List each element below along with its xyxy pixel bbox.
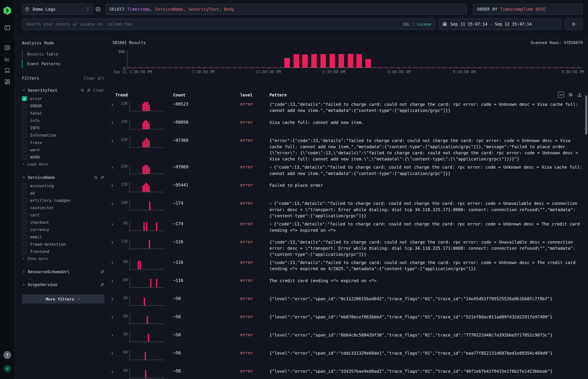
- table-row[interactable]: 60~58error{"level":"error","span_id":"cd…: [109, 348, 588, 366]
- col-count[interactable]: ⋮Count: [170, 93, 237, 97]
- filter-option-Information[interactable]: Information: [22, 131, 104, 139]
- pattern-text[interactable]: {"level":"error","span_id":"eb870ecef063…: [267, 314, 584, 320]
- col-pattern[interactable]: ⋮Pattern: [267, 93, 584, 97]
- expand-row-icon[interactable]: [110, 240, 114, 244]
- histogram-bar[interactable]: [329, 54, 335, 68]
- pin-icon[interactable]: [100, 269, 104, 274]
- filter-option-WARN[interactable]: WARN: [22, 153, 104, 161]
- dismiss-icon[interactable]: ×: [269, 165, 272, 170]
- table-row[interactable]: 60~58error{"level":"error","span_id":"33…: [109, 366, 588, 379]
- pattern-text[interactable]: {"level":"error","span_id":"6b64c6c58842…: [267, 332, 584, 338]
- user-avatar[interactable]: U: [3, 365, 11, 373]
- expand-row-icon[interactable]: [110, 183, 114, 188]
- filter-group-servicename[interactable]: ServiceName: [22, 174, 104, 181]
- pattern-text[interactable]: {"level":"error","span_id":"0c11220615ba…: [267, 295, 584, 302]
- histogram-bar[interactable]: [294, 54, 299, 68]
- checkbox[interactable]: [22, 140, 27, 145]
- view-source-icon[interactable]: <>: [558, 92, 564, 98]
- run-query-button[interactable]: [565, 18, 583, 30]
- col-trend[interactable]: Trend: [115, 93, 170, 97]
- histogram-bar[interactable]: [339, 54, 344, 68]
- histogram-bar[interactable]: [284, 58, 290, 68]
- dismiss-icon[interactable]: ×: [269, 201, 272, 206]
- checkbox[interactable]: [22, 96, 27, 101]
- service-show-more[interactable]: Show more: [22, 255, 104, 262]
- search-input[interactable]: Search your events w/ Lucene ex. column:…: [22, 18, 435, 30]
- filter-option-accounting[interactable]: accounting: [22, 182, 104, 189]
- expand-row-icon[interactable]: [110, 102, 114, 107]
- checkbox[interactable]: [22, 212, 27, 217]
- pattern-text[interactable]: {"code":13,"details":"failed to charge c…: [267, 259, 584, 272]
- download-icon[interactable]: [577, 92, 582, 97]
- checkbox[interactable]: [22, 190, 27, 195]
- expand-row-icon[interactable]: [110, 279, 114, 283]
- table-row[interactable]: 22K~97069error×{"code":13,"details":"fai…: [109, 162, 588, 180]
- filter-option-trace[interactable]: trace: [22, 139, 104, 146]
- histogram-bar[interactable]: [320, 54, 326, 68]
- checkbox[interactable]: [22, 242, 27, 247]
- filter-group-resourceschemaurl[interactable]: ResourceSchemaUrl: [22, 268, 104, 275]
- checkbox[interactable]: [22, 198, 27, 203]
- filter-option-info[interactable]: info: [22, 117, 104, 124]
- filter-option-ERROR[interactable]: ERROR: [22, 102, 104, 110]
- table-row[interactable]: 22K~97360error{"error":{"code":13,"detai…: [109, 135, 588, 162]
- scrollbar-thumb[interactable]: [585, 95, 587, 135]
- histogram-bar[interactable]: [311, 54, 317, 68]
- filter-option-fatal[interactable]: fatal: [22, 110, 104, 117]
- table-row[interactable]: 60~174error×{"code":13,"details":"failed…: [109, 219, 588, 237]
- severity-load-more[interactable]: Load more: [22, 161, 104, 168]
- time-range-picker[interactable]: Sep 11 15:47:14 - Sep 12 15:47:14: [438, 18, 562, 30]
- filter-option-email[interactable]: email: [22, 233, 104, 240]
- expand-row-icon[interactable]: [110, 261, 114, 265]
- clear-all-filters-button[interactable]: Clear all: [84, 76, 104, 80]
- expand-row-icon[interactable]: [110, 121, 114, 125]
- checkbox[interactable]: [22, 155, 27, 159]
- pattern-text[interactable]: {"error":{"code":13,"details":"failed to…: [267, 137, 584, 162]
- expand-row-icon[interactable]: [110, 369, 114, 373]
- checkbox[interactable]: [22, 103, 27, 109]
- filter-option-cainjector[interactable]: cainjector: [22, 204, 104, 211]
- more-filters-button[interactable]: More filters: [22, 295, 104, 304]
- filter-option-frontend[interactable]: frontend: [22, 248, 104, 255]
- expand-row-icon[interactable]: [110, 333, 114, 337]
- checkbox[interactable]: [22, 147, 27, 152]
- help-button[interactable]: ?: [3, 351, 11, 359]
- checkbox[interactable]: [22, 205, 27, 210]
- pattern-text[interactable]: {"code":13,"details":"failed to charge c…: [267, 239, 584, 257]
- filter-option-INFO[interactable]: INFO: [22, 124, 104, 131]
- dashboards-icon[interactable]: [4, 79, 11, 85]
- expand-row-icon[interactable]: [110, 139, 114, 143]
- filter-option-warn[interactable]: warn: [22, 146, 104, 153]
- filter-group-scopeversion[interactable]: ScopeVersion: [22, 281, 104, 288]
- search-icon[interactable]: [80, 88, 85, 93]
- filter-group-severitytext[interactable]: SeverityText Clear: [22, 87, 104, 94]
- pattern-text[interactable]: {"code":13,"details":"failed to charge c…: [267, 101, 584, 113]
- table-row[interactable]: 22K~98523error{"code":13,"details":"fail…: [109, 99, 588, 117]
- source-settings-button[interactable]: [95, 6, 101, 13]
- filter-option-fraud-detection[interactable]: fraud-detection: [22, 240, 104, 248]
- pin-icon[interactable]: [87, 88, 91, 93]
- analysis-mode-item-event-patterns[interactable]: Event Patterns: [22, 60, 104, 68]
- table-row[interactable]: 60~58error{"level":"error","span_id":"0c…: [109, 294, 588, 312]
- search-icon[interactable]: [94, 175, 98, 180]
- filter-option-ad[interactable]: ad: [22, 189, 104, 197]
- expand-row-icon[interactable]: [110, 202, 114, 205]
- toggle-sql[interactable]: SQL: [403, 22, 410, 26]
- select-query-input[interactable]: SELECT Timestamp, ServiceName, SeverityT…: [106, 4, 467, 15]
- search-logs-icon[interactable]: [4, 44, 11, 51]
- toggle-lucene[interactable]: Lucene: [417, 22, 431, 26]
- pattern-text[interactable]: ×{"code":13,"details":"failed to charge …: [267, 200, 584, 219]
- pattern-text[interactable]: ×{"code":13,"details":"failed to charge …: [267, 221, 584, 233]
- histogram-bar[interactable]: [348, 54, 353, 68]
- clear-severity-button[interactable]: Clear: [93, 88, 104, 93]
- sidebar-toggle-icon[interactable]: [4, 25, 11, 31]
- pattern-text[interactable]: {"level":"error","span_id":"334357bae9ed…: [267, 368, 584, 374]
- checkbox[interactable]: [22, 111, 27, 116]
- pattern-text[interactable]: Visa cache full: cannot add new item.: [267, 119, 584, 126]
- sessions-icon[interactable]: [4, 67, 11, 74]
- results-histogram[interactable]: 80K 0 Sep 11 3:30:00 PM7:30:00 PM11:00:0…: [112, 46, 583, 76]
- table-row[interactable]: 60~116error{"code":13,"details":"failed …: [109, 257, 588, 276]
- checkbox[interactable]: [22, 133, 27, 138]
- expand-row-icon[interactable]: [110, 315, 114, 319]
- histogram-bar[interactable]: [302, 54, 308, 68]
